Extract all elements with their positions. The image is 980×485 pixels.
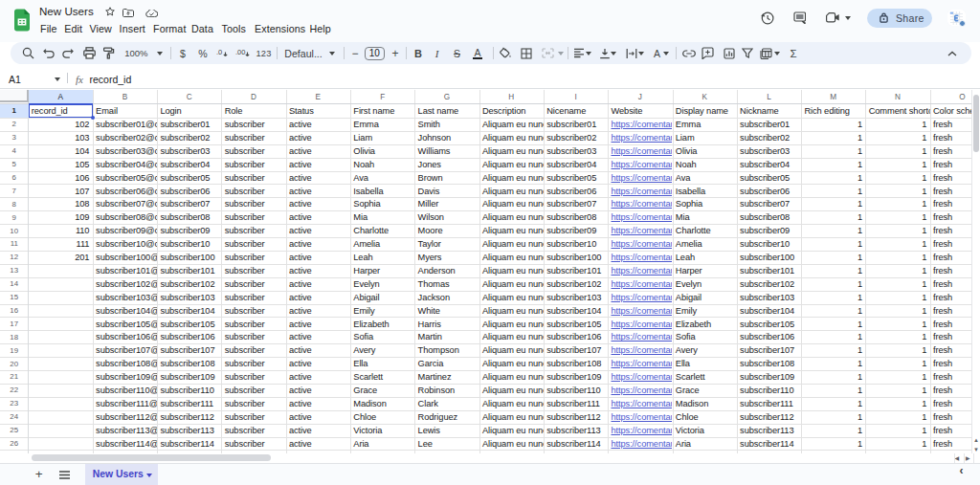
svg-text:.0: .0: [216, 48, 222, 56]
svg-text:.00: .00: [235, 48, 245, 56]
